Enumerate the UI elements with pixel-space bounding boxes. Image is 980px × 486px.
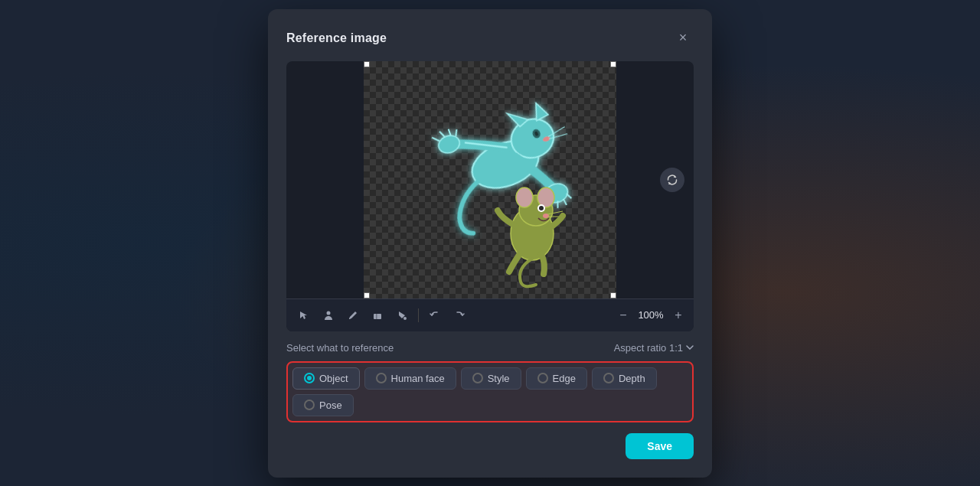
person-icon <box>323 310 334 321</box>
fill-tool-button[interactable] <box>390 304 413 327</box>
modal-footer: Save <box>286 433 694 459</box>
svg-line-10 <box>432 135 439 142</box>
aspect-ratio-label: Aspect ratio 1:1 <box>614 342 683 354</box>
canvas-area[interactable] <box>286 61 694 298</box>
undo-icon <box>430 310 440 321</box>
reference-row: Select what to reference Aspect ratio 1:… <box>286 342 694 354</box>
radio-empty-dot <box>304 400 315 410</box>
svg-rect-30 <box>376 314 377 319</box>
svg-line-12 <box>449 129 451 135</box>
svg-point-9 <box>436 132 462 155</box>
toolbar-tools-left <box>292 304 471 327</box>
modal-overlay: Reference image × <box>0 0 980 486</box>
svg-point-21 <box>516 188 533 207</box>
close-icon: × <box>679 30 688 46</box>
option-depth-button[interactable]: Depth <box>592 367 657 390</box>
svg-point-28 <box>327 311 331 315</box>
cartoon-image <box>375 65 605 295</box>
brush-tool-button[interactable] <box>341 304 364 327</box>
modal-header: Reference image × <box>286 28 694 49</box>
svg-marker-3 <box>531 100 548 120</box>
brush-icon <box>348 310 358 321</box>
save-button[interactable]: Save <box>626 433 694 459</box>
refresh-icon <box>666 174 678 186</box>
option-depth-label: Depth <box>619 373 645 384</box>
eraser-icon <box>372 310 383 321</box>
option-edge-label: Edge <box>553 373 576 384</box>
option-edge-button[interactable]: Edge <box>526 367 587 390</box>
svg-line-11 <box>439 130 445 138</box>
close-button[interactable]: × <box>672 28 694 49</box>
resize-handle-tr[interactable] <box>610 61 616 67</box>
radio-active-dot <box>304 373 315 383</box>
redo-icon <box>454 310 465 321</box>
redo-button[interactable] <box>448 304 471 327</box>
select-tool-button[interactable] <box>292 304 315 327</box>
image-container: − 100% + <box>286 61 694 331</box>
svg-line-13 <box>454 129 459 135</box>
svg-line-17 <box>564 198 567 205</box>
option-human-face-button[interactable]: Human face <box>364 367 456 390</box>
resize-handle-bl[interactable] <box>364 292 370 298</box>
select-icon <box>299 310 309 321</box>
toolbar-zoom-controls: − 100% + <box>614 306 688 325</box>
person-tool-button[interactable] <box>317 304 340 327</box>
reference-options-group: Object Human face Style Edge <box>286 361 694 422</box>
zoom-in-button[interactable]: + <box>669 306 688 325</box>
chevron-down-icon <box>686 345 694 350</box>
reference-section: Select what to reference Aspect ratio 1:… <box>286 342 694 422</box>
option-object-label: Object <box>319 373 348 384</box>
refresh-button[interactable] <box>660 168 684 192</box>
reference-image-modal: Reference image × <box>268 9 712 478</box>
fill-icon <box>397 310 407 321</box>
option-pose-button[interactable]: Pose <box>292 394 354 416</box>
zoom-out-button[interactable]: − <box>614 306 632 325</box>
radio-empty-dot <box>537 373 548 383</box>
resize-handle-tl[interactable] <box>364 61 370 67</box>
toolbar-separator <box>418 308 419 322</box>
radio-empty-dot <box>472 373 483 383</box>
modal-title: Reference image <box>286 31 387 45</box>
svg-point-22 <box>537 188 554 207</box>
resize-handle-br[interactable] <box>610 292 616 298</box>
radio-empty-dot <box>376 373 387 383</box>
zoom-level: 100% <box>637 309 665 321</box>
reference-label: Select what to reference <box>286 342 394 354</box>
option-pose-label: Pose <box>319 400 342 411</box>
radio-empty-dot <box>603 373 614 383</box>
svg-point-24 <box>539 206 544 210</box>
option-human-face-label: Human face <box>391 373 445 384</box>
option-object-button[interactable]: Object <box>292 367 360 390</box>
aspect-ratio-button[interactable]: Aspect ratio 1:1 <box>614 342 694 354</box>
image-toolbar: − 100% + <box>286 298 694 331</box>
option-style-button[interactable]: Style <box>461 367 521 390</box>
svg-rect-29 <box>374 314 381 319</box>
svg-point-31 <box>403 317 407 320</box>
option-style-label: Style <box>488 373 510 384</box>
eraser-tool-button[interactable] <box>366 304 389 327</box>
undo-button[interactable] <box>423 304 446 327</box>
